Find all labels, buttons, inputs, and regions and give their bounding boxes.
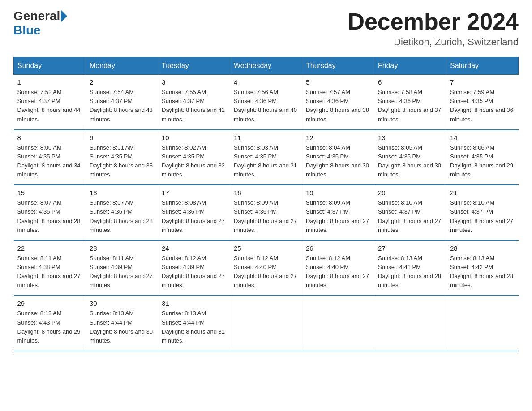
calendar-cell: 3 Sunrise: 7:55 AM Sunset: 4:37 PM Dayli… — [158, 75, 230, 130]
sunrise-label: Sunrise: — [17, 199, 40, 206]
sunrise-time: 7:52 AM — [40, 89, 62, 95]
sunrise-time: 8:09 AM — [257, 199, 278, 206]
sunrise-time: 7:55 AM — [184, 89, 206, 95]
day-number: 3 — [162, 78, 226, 86]
sunrise-label: Sunrise: — [90, 144, 112, 151]
calendar-week-row: 29 Sunrise: 8:13 AM Sunset: 4:43 PM Dayl… — [14, 295, 519, 351]
day-number: 1 — [17, 78, 82, 86]
calendar-cell: 23 Sunrise: 8:11 AM Sunset: 4:39 PM Dayl… — [86, 240, 158, 296]
sunrise-time: 8:10 AM — [473, 199, 494, 206]
sunrise-label: Sunrise: — [450, 89, 473, 95]
calendar-cell: 26 Sunrise: 8:12 AM Sunset: 4:40 PM Dayl… — [302, 240, 374, 296]
daylight-label: Daylight: — [450, 162, 474, 169]
day-info: Sunrise: 7:52 AM Sunset: 4:37 PM Dayligh… — [17, 88, 82, 124]
sunrise-time: 8:13 AM — [40, 310, 62, 317]
sunrise-label: Sunrise: — [90, 199, 112, 206]
sunrise-label: Sunrise: — [378, 255, 401, 261]
sunset-time: 4:41 PM — [399, 264, 421, 270]
sunrise-time: 8:10 AM — [401, 199, 422, 206]
day-info: Sunrise: 7:57 AM Sunset: 4:36 PM Dayligh… — [306, 88, 370, 124]
day-number: 4 — [234, 78, 298, 86]
daylight-label: Daylight: — [90, 218, 114, 224]
sunrise-label: Sunrise: — [234, 199, 257, 206]
sunrise-label: Sunrise: — [17, 310, 40, 317]
logo-arrow-icon — [61, 10, 67, 22]
daylight-label: Daylight: — [90, 107, 114, 113]
sunset-time: 4:35 PM — [39, 153, 60, 160]
sunset-label: Sunset: — [306, 264, 327, 270]
day-number: 10 — [162, 134, 226, 141]
title-block: December 2024 Dietikon, Zurich, Switzerl… — [348, 9, 519, 48]
sunset-time: 4:37 PM — [327, 208, 349, 215]
col-friday: Friday — [374, 57, 446, 75]
sunrise-time: 8:12 AM — [184, 255, 206, 261]
sunset-time: 4:40 PM — [255, 264, 277, 270]
sunset-time: 4:39 PM — [183, 264, 205, 270]
day-info: Sunrise: 8:07 AM Sunset: 4:35 PM Dayligh… — [17, 198, 82, 235]
calendar-week-row: 22 Sunrise: 8:11 AM Sunset: 4:38 PM Dayl… — [14, 240, 519, 296]
day-number: 22 — [17, 244, 82, 252]
daylight-label: Daylight: — [162, 107, 186, 113]
sunrise-label: Sunrise: — [378, 199, 401, 206]
sunset-label: Sunset: — [162, 264, 183, 270]
sunset-time: 4:37 PM — [399, 208, 421, 215]
calendar-cell: 10 Sunrise: 8:02 AM Sunset: 4:35 PM Dayl… — [158, 130, 230, 185]
sunset-time: 4:36 PM — [111, 208, 133, 215]
sunrise-label: Sunrise: — [306, 89, 329, 95]
day-info: Sunrise: 8:12 AM Sunset: 4:39 PM Dayligh… — [162, 254, 226, 290]
calendar-cell: 22 Sunrise: 8:11 AM Sunset: 4:38 PM Dayl… — [14, 240, 86, 296]
sunrise-time: 8:02 AM — [184, 144, 206, 151]
sunrise-time: 8:06 AM — [473, 144, 494, 151]
daylight-label: Daylight: — [90, 162, 114, 169]
day-info: Sunrise: 8:13 AM Sunset: 4:42 PM Dayligh… — [450, 254, 515, 290]
sunset-time: 4:35 PM — [39, 208, 60, 215]
sunrise-label: Sunrise: — [162, 144, 184, 151]
calendar-cell: 9 Sunrise: 8:01 AM Sunset: 4:35 PM Dayli… — [86, 130, 158, 185]
sunrise-time: 8:05 AM — [401, 144, 422, 151]
sunrise-time: 8:13 AM — [401, 255, 422, 261]
sunrise-time: 7:59 AM — [473, 89, 494, 95]
sunrise-label: Sunrise: — [90, 255, 112, 261]
daylight-label: Daylight: — [162, 273, 186, 279]
daylight-label: Daylight: — [306, 107, 330, 113]
month-title: December 2024 — [348, 9, 519, 34]
calendar-cell: 21 Sunrise: 8:10 AM Sunset: 4:37 PM Dayl… — [446, 185, 519, 240]
sunset-label: Sunset: — [90, 153, 111, 160]
sunrise-time: 7:58 AM — [401, 89, 422, 95]
day-info: Sunrise: 8:12 AM Sunset: 4:40 PM Dayligh… — [306, 254, 370, 290]
day-info: Sunrise: 8:09 AM Sunset: 4:37 PM Dayligh… — [306, 198, 370, 235]
sunset-label: Sunset: — [162, 319, 183, 326]
sunset-label: Sunset: — [378, 264, 399, 270]
day-number: 15 — [17, 189, 82, 197]
daylight-label: Daylight: — [234, 162, 258, 169]
day-info: Sunrise: 7:54 AM Sunset: 4:37 PM Dayligh… — [90, 88, 154, 124]
daylight-label: Daylight: — [378, 273, 402, 279]
sunset-label: Sunset: — [378, 98, 399, 104]
sunset-label: Sunset: — [17, 208, 39, 215]
sunrise-label: Sunrise: — [234, 144, 257, 151]
sunset-label: Sunset: — [90, 319, 111, 326]
calendar-cell — [446, 295, 519, 351]
daylight-label: Daylight: — [306, 218, 330, 224]
calendar-cell — [302, 295, 374, 351]
sunrise-label: Sunrise: — [90, 310, 112, 317]
logo: General Blue — [13, 9, 67, 38]
daylight-label: Daylight: — [306, 162, 330, 169]
sunset-label: Sunset: — [306, 208, 327, 215]
sunset-label: Sunset: — [90, 264, 111, 270]
calendar-week-row: 15 Sunrise: 8:07 AM Sunset: 4:35 PM Dayl… — [14, 185, 519, 240]
sunset-label: Sunset: — [378, 208, 399, 215]
daylight-label: Daylight: — [378, 218, 402, 224]
sunset-time: 4:35 PM — [111, 153, 133, 160]
sunrise-label: Sunrise: — [306, 255, 329, 261]
day-info: Sunrise: 8:12 AM Sunset: 4:40 PM Dayligh… — [234, 254, 298, 290]
sunset-time: 4:37 PM — [111, 98, 133, 104]
day-info: Sunrise: 8:00 AM Sunset: 4:35 PM Dayligh… — [17, 143, 82, 180]
day-number: 2 — [90, 78, 154, 86]
day-number: 19 — [306, 189, 370, 197]
page-header: General Blue December 2024 Dietikon, Zur… — [13, 9, 519, 48]
day-number: 30 — [90, 300, 154, 307]
calendar-table: Sunday Monday Tuesday Wednesday Thursday… — [13, 57, 519, 351]
calendar-cell: 24 Sunrise: 8:12 AM Sunset: 4:39 PM Dayl… — [158, 240, 230, 296]
calendar-cell: 17 Sunrise: 8:08 AM Sunset: 4:36 PM Dayl… — [158, 185, 230, 240]
